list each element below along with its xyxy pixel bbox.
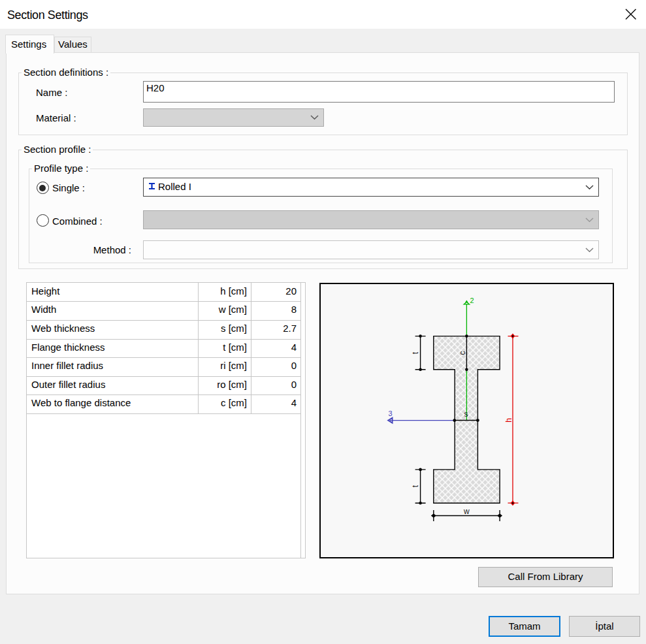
svg-text:h: h: [504, 418, 513, 423]
svg-text:2: 2: [470, 297, 474, 304]
svg-text:w: w: [463, 507, 470, 516]
svg-text:3: 3: [389, 410, 393, 417]
svg-text:s: s: [464, 410, 468, 419]
svg-text:c: c: [458, 351, 467, 355]
